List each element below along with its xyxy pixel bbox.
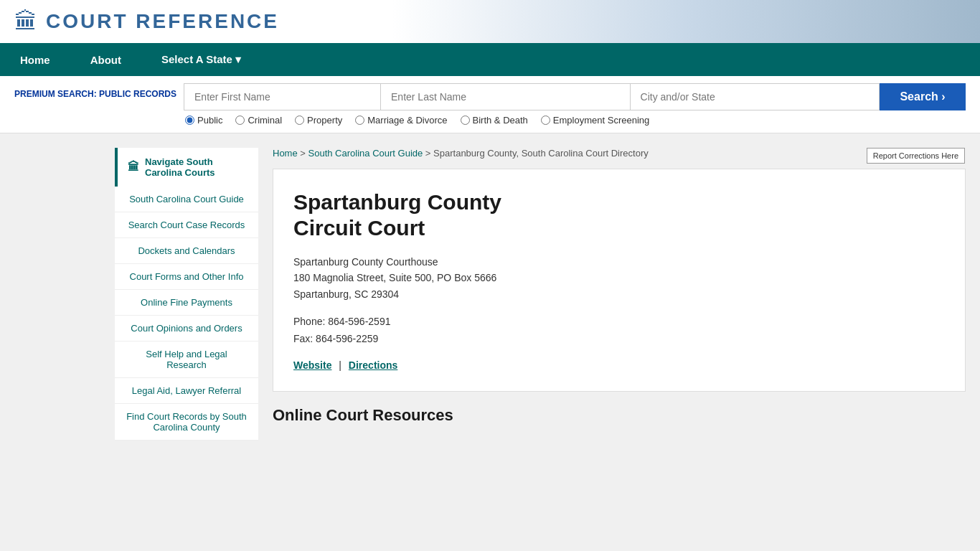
court-links: Website | Directions — [293, 359, 945, 371]
sidebar: 🏛 Navigate South Carolina Courts South C… — [115, 148, 258, 550]
sidebar-item-find-court-records[interactable]: Find Court Records by South Carolina Cou… — [115, 404, 258, 441]
nav-bar: Home About Select A State ▾ — [0, 43, 980, 76]
breadcrumb-current: Spartanburg County, South Carolina Court… — [433, 148, 649, 159]
court-address: Spartanburg County Courthouse 180 Magnol… — [293, 254, 945, 302]
court-phone-number: Phone: 864-596-2591 — [293, 316, 390, 327]
nav-select-state[interactable]: Select A State ▾ — [141, 43, 261, 76]
radio-birth-death[interactable]: Birth & Death — [461, 115, 528, 126]
court-card: Report Corrections Here Spartanburg Coun… — [273, 169, 966, 392]
pipe-separator: | — [339, 359, 341, 371]
radio-marriage-divorce[interactable]: Marriage & Divorce — [355, 115, 447, 126]
radio-property[interactable]: Property — [295, 115, 342, 126]
search-button[interactable]: Search › — [880, 83, 966, 110]
first-name-input[interactable] — [184, 83, 380, 110]
court-title: Spartanburg County Circuit Court — [293, 189, 945, 241]
logo-icon: 🏛 — [14, 9, 37, 35]
radio-employment-screening[interactable]: Employment Screening — [541, 115, 649, 126]
sidebar-item-dockets[interactable]: Dockets and Calendars — [115, 238, 258, 264]
nav-about[interactable]: About — [70, 44, 141, 76]
logo-text: COURT REFERENCE — [46, 10, 279, 33]
court-building-name: Spartanburg County Courthouse — [293, 256, 438, 268]
sidebar-item-online-fines[interactable]: Online Fine Payments — [115, 290, 258, 316]
sidebar-item-court-opinions[interactable]: Court Opinions and Orders — [115, 316, 258, 342]
sidebar-item-sc-court-guide[interactable]: South Carolina Court Guide — [115, 187, 258, 212]
breadcrumb-home[interactable]: Home — [273, 148, 298, 159]
search-fields-row: Search › — [184, 83, 966, 110]
online-resources-title: Online Court Resources — [273, 406, 966, 425]
court-address-line2: Spartanburg, SC 29304 — [293, 288, 399, 300]
sidebar-header: 🏛 Navigate South Carolina Courts — [115, 148, 258, 187]
breadcrumb: Home > South Carolina Court Guide > Spar… — [273, 148, 966, 159]
court-fax-number: Fax: 864-596-2259 — [293, 333, 378, 344]
court-address-line1: 180 Magnolia Street, Suite 500, PO Box 5… — [293, 272, 496, 283]
main-content: Home > South Carolina Court Guide > Spar… — [273, 148, 966, 550]
premium-label: PREMIUM SEARCH: PUBLIC RECORDS — [14, 89, 176, 100]
sidebar-item-self-help[interactable]: Self Help and Legal Research — [115, 342, 258, 378]
last-name-input[interactable] — [380, 83, 631, 110]
sidebar-item-search-court-case[interactable]: Search Court Case Records — [115, 212, 258, 238]
court-website-link[interactable]: Website — [293, 359, 331, 371]
radio-criminal[interactable]: Criminal — [235, 115, 282, 126]
breadcrumb-sc-guide[interactable]: South Carolina Court Guide — [308, 148, 423, 159]
city-state-input[interactable] — [631, 83, 880, 110]
court-directions-link[interactable]: Directions — [349, 359, 397, 371]
report-corrections-button[interactable]: Report Corrections Here — [867, 148, 965, 164]
sidebar-item-legal-aid[interactable]: Legal Aid, Lawyer Referral — [115, 378, 258, 404]
sidebar-item-court-forms[interactable]: Court Forms and Other Info — [115, 264, 258, 290]
courthouse-icon: 🏛 — [128, 161, 139, 174]
sidebar-header-label: Navigate South Carolina Courts — [145, 156, 248, 178]
search-bar: PREMIUM SEARCH: PUBLIC RECORDS Search › … — [0, 76, 980, 133]
court-phone: Phone: 864-596-2591 Fax: 864-596-2259 — [293, 314, 945, 348]
radio-public[interactable]: Public — [185, 115, 222, 126]
nav-home[interactable]: Home — [0, 44, 70, 76]
logo-area: 🏛 COURT REFERENCE — [14, 9, 279, 35]
radio-row: Public Criminal Property Marriage & Divo… — [184, 115, 966, 126]
search-inputs-area: Search › Public Criminal Property Marria… — [184, 83, 966, 126]
